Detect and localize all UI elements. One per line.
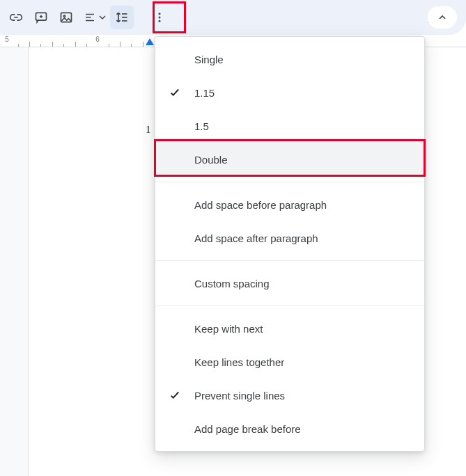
menu-item-double[interactable]: Double bbox=[155, 143, 424, 176]
menu-separator bbox=[155, 260, 424, 261]
menu-item-1-5[interactable]: 1.5 bbox=[155, 109, 424, 143]
menu-label: 1.15 bbox=[194, 87, 215, 99]
svg-point-10 bbox=[159, 17, 161, 19]
insert-link-button[interactable] bbox=[4, 6, 28, 29]
add-comment-button[interactable] bbox=[29, 6, 53, 29]
insert-image-button[interactable] bbox=[54, 6, 78, 29]
menu-item-keep-lines-together[interactable]: Keep lines together bbox=[155, 345, 424, 379]
svg-point-2 bbox=[63, 15, 65, 17]
menu-item-keep-with-next[interactable]: Keep with next bbox=[155, 312, 424, 345]
menu-item-single[interactable]: Single bbox=[155, 42, 424, 76]
more-tools-button[interactable] bbox=[148, 6, 171, 29]
menu-item-1-15[interactable]: 1.15 bbox=[155, 76, 424, 109]
line-spacing-button[interactable] bbox=[110, 6, 134, 29]
line-spacing-menu: Single 1.15 1.5 Double Add space before … bbox=[155, 36, 425, 452]
ruler-indent-marker[interactable] bbox=[146, 38, 154, 45]
check-icon bbox=[169, 86, 181, 99]
check-icon bbox=[169, 389, 181, 402]
menu-label: Add space after paragraph bbox=[194, 232, 318, 244]
more-vert-icon bbox=[153, 11, 166, 24]
menu-label: Prevent single lines bbox=[194, 390, 285, 402]
page-text: 1 bbox=[146, 124, 151, 135]
link-icon bbox=[9, 10, 23, 24]
menu-check bbox=[155, 86, 194, 99]
line-spacing-icon bbox=[115, 10, 129, 24]
add-comment-icon bbox=[34, 10, 48, 24]
align-button[interactable] bbox=[79, 6, 109, 29]
insert-image-icon bbox=[59, 10, 73, 24]
menu-item-space-after[interactable]: Add space after paragraph bbox=[155, 221, 424, 255]
caret-down-icon bbox=[99, 14, 106, 21]
left-gutter bbox=[0, 47, 28, 476]
menu-label: Keep lines together bbox=[194, 356, 284, 368]
menu-label: Add page break before bbox=[194, 423, 301, 435]
svg-point-11 bbox=[159, 20, 161, 22]
chevron-up-icon bbox=[437, 12, 448, 23]
menu-label: 1.5 bbox=[194, 120, 209, 132]
menu-label: Custom spacing bbox=[194, 278, 270, 289]
menu-label: Add space before paragraph bbox=[194, 199, 327, 211]
ruler-label-5: 5 bbox=[5, 35, 9, 47]
menu-label: Single bbox=[194, 54, 224, 65]
menu-item-page-break-before[interactable]: Add page break before bbox=[155, 412, 424, 445]
menu-separator bbox=[155, 182, 424, 182]
align-dropdown-caret[interactable] bbox=[96, 6, 109, 29]
menu-item-custom-spacing[interactable]: Custom spacing bbox=[155, 267, 424, 300]
menu-label: Keep with next bbox=[194, 323, 263, 335]
svg-point-9 bbox=[159, 13, 161, 15]
ruler-label-6: 6 bbox=[95, 35, 100, 47]
collapse-toolbar-button[interactable] bbox=[427, 6, 458, 29]
menu-item-prevent-single-lines[interactable]: Prevent single lines bbox=[155, 379, 424, 412]
menu-label: Double bbox=[194, 154, 228, 166]
menu-separator bbox=[155, 306, 424, 306]
align-icon bbox=[84, 11, 96, 24]
toolbar bbox=[0, 0, 466, 35]
menu-check bbox=[155, 389, 194, 402]
menu-item-space-before[interactable]: Add space before paragraph bbox=[155, 188, 424, 221]
